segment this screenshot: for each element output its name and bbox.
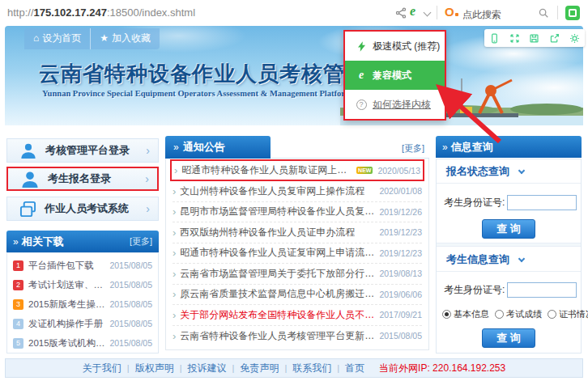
divider: |	[127, 363, 130, 373]
divider: |	[232, 363, 235, 373]
notice-item[interactable]: ›文山州特种设备作业人员复审网上操作流程2020/01/08	[173, 181, 422, 202]
notice-item[interactable]: ›昭通市特种设备作业人员新取证网上报名流程NEW2020/05/13	[170, 159, 424, 181]
menu-item-label: 极速模式 (推荐)	[373, 40, 440, 53]
downloads-title: 相关下载	[22, 235, 64, 249]
search-icon[interactable]	[538, 7, 549, 22]
browser-window: http://175.102.17.247:18500/index.shtml …	[0, 0, 588, 381]
divider	[437, 243, 581, 247]
download-item-label: 2015版考试机构操...	[28, 337, 106, 349]
add-favorite-button[interactable]: ★加入收藏	[91, 28, 160, 49]
chevron-down-icon[interactable]	[424, 9, 432, 17]
footer: 关于我们|版权声明|投诉建议|免责声明|联系我们|首页 当前外网IP: 220.…	[5, 358, 583, 378]
double-arrow-icon: »	[442, 142, 448, 153]
download-item[interactable]: 4发证机构操作手册2015/08/05	[13, 314, 152, 333]
double-arrow-icon: »	[13, 236, 19, 248]
footer-link[interactable]: 投诉建议	[188, 362, 227, 375]
downloads-more-link[interactable]: [更多]	[130, 235, 152, 248]
arrow-icon: ›	[173, 268, 176, 280]
notice-item-label: 原云南省质量技术监督局信息中心机房搬迁公告	[180, 287, 374, 301]
menu-item-speed-mode[interactable]: 极速模式 (推荐)	[345, 32, 445, 61]
user-icon	[20, 171, 40, 188]
notice-item[interactable]: ›西双版纳州特种设备作业人员证申办流程2019/12/23	[173, 222, 422, 243]
fullscreen-icon[interactable]	[509, 33, 520, 44]
download-list: 1平台插件包下载2015/08/052考试计划送审、审核...2015/08/0…	[6, 252, 159, 353]
query-button[interactable]: 查 询	[482, 328, 535, 348]
download-item-date: 2015/08/05	[109, 260, 152, 270]
phone-icon[interactable]	[489, 33, 500, 44]
footer-link[interactable]: 关于我们	[83, 362, 121, 375]
ip-value: 220.164.192.253	[432, 362, 505, 374]
login-exam-system[interactable]: 作业人员考试系统 ›	[6, 197, 159, 221]
radio-label: 考试成绩	[506, 308, 542, 320]
gear-icon[interactable]	[569, 33, 580, 44]
login-label: 考核管理平台登录	[45, 143, 130, 158]
login-label: 作业人员考试系统	[45, 201, 129, 216]
chevron-right-icon: ›	[146, 202, 150, 215]
candidate-id-input[interactable]	[507, 282, 577, 298]
candidate-id-input[interactable]	[507, 195, 577, 210]
new-badge: NEW	[356, 167, 373, 174]
browser-logo-icon[interactable]	[565, 6, 580, 20]
footer-link[interactable]: 版权声明	[135, 362, 174, 375]
query-button[interactable]: 查 询	[482, 219, 535, 239]
notice-item-date: 2019/12/26	[374, 207, 422, 217]
user-icon	[19, 142, 37, 159]
notice-item-label: 昆明市市场监督管理局特种设备作业人员复审流程...	[180, 205, 374, 218]
footer-links: 关于我们|版权声明|投诉建议|免责声明|联系我们|首页	[83, 362, 364, 375]
radio-option[interactable]: 基本信息	[442, 308, 489, 320]
menu-item-compat-mode[interactable]: e 兼容模式	[345, 61, 445, 90]
tab-notices[interactable]: » 通知公告	[165, 136, 271, 159]
divider: |	[337, 363, 339, 373]
download-item[interactable]: 1平台插件包下载2015/08/05	[13, 256, 152, 275]
share-icon[interactable]	[395, 7, 407, 22]
divider: |	[180, 363, 182, 373]
url-text[interactable]: http://175.102.17.247:18500/index.shtml	[7, 6, 195, 19]
notices-more-link[interactable]: [更多]	[402, 142, 424, 155]
query-title: 信息查询	[451, 140, 493, 155]
notice-item[interactable]: ›云南省特种设备作业人员考核管理平台更新至20...2015/08/05	[173, 326, 422, 347]
notice-item[interactable]: ›原云南省质量技术监督局信息中心机房搬迁公告2019/06/06	[173, 285, 422, 306]
set-homepage-button[interactable]: ⌂设为首页	[24, 28, 91, 49]
notice-item[interactable]: ›关于部分网站发布全国特种设备作业人员不实信息...2017/09/21	[173, 305, 422, 326]
save-icon[interactable]	[529, 33, 539, 44]
download-item[interactable]: 2考试计划送审、审核...2015/08/05	[13, 275, 152, 294]
divider	[437, 6, 437, 19]
notice-item-date: 2020/01/08	[374, 186, 422, 196]
lightning-icon	[353, 41, 369, 52]
section-registration-status[interactable]: 报名状态查询	[437, 159, 581, 184]
download-item[interactable]: 32015新版考生操作...2015/08/05	[13, 294, 152, 314]
search-input[interactable]: 点此搜索	[462, 8, 501, 22]
section-candidate-info[interactable]: 考生信息查询	[437, 248, 581, 272]
rank-badge: 3	[13, 299, 23, 310]
download-item[interactable]: 52015版考试机构操...2015/08/05	[13, 333, 152, 353]
download-item-label: 平台插件包下载	[28, 260, 106, 272]
star-icon: ★	[100, 32, 109, 44]
notice-item[interactable]: ›昆明市市场监督管理局特种设备作业人员复审流程...2019/12/26	[173, 202, 422, 223]
notice-item[interactable]: ›昭通市特种设备作业人员证复审网上申请流程及相...2019/12/23	[173, 243, 422, 265]
query-header: » 信息查询	[436, 136, 582, 158]
export-icon[interactable]	[549, 33, 560, 44]
notice-item[interactable]: ›云南省市场监督管理局关于委托下放部分行政许可...2019/08/13	[173, 264, 422, 285]
ie-compat-icon[interactable]: e	[410, 4, 415, 19]
notice-item-date: 2019/12/23	[374, 227, 422, 237]
footer-link[interactable]: 免责声明	[240, 362, 279, 375]
download-item-date: 2015/08/05	[109, 319, 152, 328]
menu-item-kernel-help[interactable]: ? 如何选择内核	[345, 90, 445, 119]
double-arrow-icon: »	[173, 142, 179, 153]
document-icon	[19, 201, 36, 218]
arrow-icon: ›	[173, 185, 176, 197]
footer-link[interactable]: 首页	[345, 362, 364, 375]
radio-button[interactable]	[495, 310, 504, 319]
radio-button[interactable]	[442, 310, 451, 319]
notice-item-label: 关于部分网站发布全国特种设备作业人员不实信息...	[180, 308, 374, 322]
radio-option[interactable]: 证书情况	[548, 308, 588, 320]
radio-option[interactable]: 考试成绩	[495, 308, 542, 320]
login-assessment-platform[interactable]: 考核管理平台登录 ›	[6, 138, 159, 163]
search-engine-logo[interactable]: O	[445, 5, 458, 19]
login-candidate-registration[interactable]: 考生报名登录 ›	[6, 167, 159, 191]
logo-dot	[455, 13, 458, 16]
arrow-icon: ›	[174, 164, 177, 176]
radio-button[interactable]	[548, 310, 556, 319]
footer-link[interactable]: 联系我们	[292, 362, 331, 375]
id-label: 考生身份证号:	[444, 283, 505, 297]
